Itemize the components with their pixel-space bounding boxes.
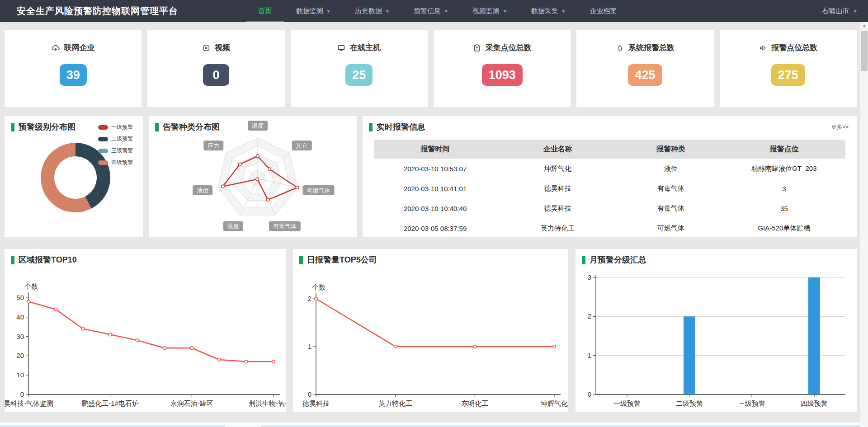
panel-title-label: 实时报警信息 <box>377 122 425 132</box>
table-header-cell: 企业名称 <box>496 140 619 159</box>
legend-item[interactable]: 三级预警 <box>98 147 133 155</box>
title-bar <box>582 256 585 264</box>
stat-label: 视频 <box>215 42 230 53</box>
more-link[interactable]: 更多>> <box>831 123 849 131</box>
legend-item[interactable]: 四级预警 <box>98 159 133 166</box>
nav-item-data-collection[interactable]: 数据采集▼ <box>519 0 578 22</box>
table-cell: GIA-520单体贮槽 <box>723 218 845 238</box>
table-row: 2020-03-10 10:53:07坤辉气化液位精醇南罐液位GT_203 <box>374 159 845 178</box>
stat-value-badge: 1093 <box>482 64 523 86</box>
region-top10-line-chart: 01020304050个数昊科技-气体监测鹏盛化工-1#电石炉永润石油-罐区荆洪… <box>5 249 286 412</box>
middle-row: 预警级别分布图 一级预警二级预警三级预警四级预警 告警种类分布图 温度其它可燃气… <box>5 116 857 237</box>
realtime-alarm-panel: 实时报警信息 更多>> 报警时间企业名称报警种类报警点位 2020-03-10 … <box>363 116 857 237</box>
svg-text:个数: 个数 <box>24 282 38 290</box>
table-row: 2020-03-10 10:41:01德昊科技有毒气体3 <box>374 178 845 198</box>
table-cell: 2020-03-10 10:41:01 <box>374 178 496 198</box>
svg-text:压力: 压力 <box>208 142 219 149</box>
stat-card-connected-enterprises: 联网企业39 <box>5 30 142 107</box>
scrollbar[interactable]: ▲ <box>860 22 868 427</box>
svg-text:一级预警: 一级预警 <box>613 399 641 407</box>
svg-text:鹏盛化工-1#电石炉: 鹏盛化工-1#电石炉 <box>81 399 139 407</box>
svg-text:10: 10 <box>16 371 24 379</box>
stat-head: 报警点位总数 <box>759 42 817 53</box>
region-selector[interactable]: 石嘴山市 ▼ <box>822 7 857 15</box>
chevron-down-icon: ▼ <box>502 9 507 14</box>
svg-text:2: 2 <box>308 295 311 302</box>
alarm-type-panel: 告警种类分布图 温度其它可燃气体有毒气体流量液位压力 <box>149 116 357 237</box>
svg-text:个数: 个数 <box>312 283 326 291</box>
svg-text:3: 3 <box>588 273 591 281</box>
svg-text:30: 30 <box>16 333 24 340</box>
stat-value-badge: 425 <box>628 64 662 86</box>
bottom-strip <box>0 425 860 427</box>
nav-item-history-data[interactable]: 历史数据▼ <box>343 0 401 22</box>
nav-item-data-monitoring[interactable]: 数据监测▼ <box>284 0 343 22</box>
svg-text:二级预警: 二级预警 <box>676 399 703 407</box>
nav-item-enterprise-archive[interactable]: 企业档案 <box>578 0 629 22</box>
stat-card-system-alarms-total: 系统报警总数425 <box>576 30 713 107</box>
chevron-down-icon: ▼ <box>561 9 566 14</box>
legend-item[interactable]: 二级预警 <box>98 135 133 143</box>
svg-text:东明化工: 东明化工 <box>461 399 488 407</box>
chevron-down-icon: ▼ <box>385 9 390 14</box>
legend-marker <box>98 137 108 141</box>
region-label: 石嘴山市 <box>822 7 849 15</box>
table-cell: 坤辉气化 <box>496 159 619 178</box>
panel-title: 区域报警TOP10 <box>11 254 77 265</box>
scrollbar-thumb[interactable] <box>861 31 868 71</box>
nav-item-label: 企业档案 <box>590 7 617 15</box>
svg-text:0: 0 <box>20 390 24 398</box>
stat-label: 系统报警总数 <box>628 42 675 53</box>
svg-text:液位: 液位 <box>197 187 208 194</box>
nav-item-video-monitoring[interactable]: 视频监测▼ <box>460 0 519 22</box>
nav-item-label: 首页 <box>258 7 272 15</box>
chevron-down-icon: ▼ <box>443 9 448 14</box>
nav-item-warning-info[interactable]: 预警信息▼ <box>401 0 460 22</box>
svg-text:0: 0 <box>588 390 591 398</box>
scrollbar-up-icon[interactable]: ▲ <box>860 23 868 28</box>
stat-label: 采集点位总数 <box>486 42 532 53</box>
table-header-cell: 报警点位 <box>723 140 845 159</box>
stat-label: 联网企业 <box>64 42 95 53</box>
table-cell: 有毒气体 <box>619 178 722 198</box>
legend-marker <box>98 149 108 153</box>
stat-card-alarm-points-total: 报警点位总数275 <box>720 30 857 107</box>
svg-text:2: 2 <box>588 312 591 320</box>
stat-card-videos: 视频0 <box>147 30 284 107</box>
stat-head: 视频 <box>202 42 230 53</box>
table-cell: 德昊科技 <box>496 178 619 198</box>
nav-item-home[interactable]: 首页 <box>246 0 284 22</box>
svg-text:永润石油-罐区: 永润石油-罐区 <box>170 399 213 407</box>
panel-title-label: 告警种类分布图 <box>163 122 220 132</box>
legend-label: 三级预警 <box>111 147 133 155</box>
bell-icon <box>616 44 624 52</box>
table-header-cell: 报警种类 <box>619 140 722 159</box>
warning-level-panel: 预警级别分布图 一级预警二级预警三级预警四级预警 <box>5 116 143 237</box>
svg-text:1: 1 <box>308 343 311 350</box>
monthly-level-bar-chart: 0123一级预警二级预警三级预警四级预警 <box>576 249 857 412</box>
legend-label: 一级预警 <box>111 123 133 131</box>
app-title: 安全生产风险预警防控物联网管理平台 <box>17 5 178 17</box>
dashboard: 联网企业39视频0在线主机25采集点位总数1093系统报警总数425报警点位总数… <box>0 22 868 412</box>
nav-item-label: 视频监测 <box>472 7 500 15</box>
table-header-cell: 报警时间 <box>374 140 496 159</box>
panel-title: 预警级别分布图 <box>11 122 75 132</box>
svg-text:昊科技-气体监测: 昊科技-气体监测 <box>5 399 53 407</box>
title-bar <box>299 256 303 264</box>
region-top10-panel: 区域报警TOP10 01020304050个数昊科技-气体监测鹏盛化工-1#电石… <box>5 249 286 412</box>
panel-title-label: 日报警量TOP5公司 <box>307 254 377 265</box>
svg-text:四级预警: 四级预警 <box>801 399 828 407</box>
svg-text:德昊科技: 德昊科技 <box>302 399 330 407</box>
legend-label: 二级预警 <box>111 135 133 143</box>
legend-item[interactable]: 一级预警 <box>98 123 133 131</box>
panel-title: 日报警量TOP5公司 <box>299 254 377 265</box>
legend-marker <box>98 160 108 165</box>
stat-label: 在线主机 <box>350 42 381 53</box>
table-cell: 2020-03-10 10:53:07 <box>374 159 496 178</box>
svg-text:40: 40 <box>16 313 24 321</box>
svg-text:0: 0 <box>308 390 311 398</box>
legend-marker <box>98 125 108 130</box>
table-cell: 有毒气体 <box>619 198 722 218</box>
bottom-row: 区域报警TOP10 01020304050个数昊科技-气体监测鹏盛化工-1#电石… <box>5 249 857 412</box>
daily-top5-line-chart: 012个数德昊科技英力特化工东明化工坤辉气化 <box>293 249 568 412</box>
